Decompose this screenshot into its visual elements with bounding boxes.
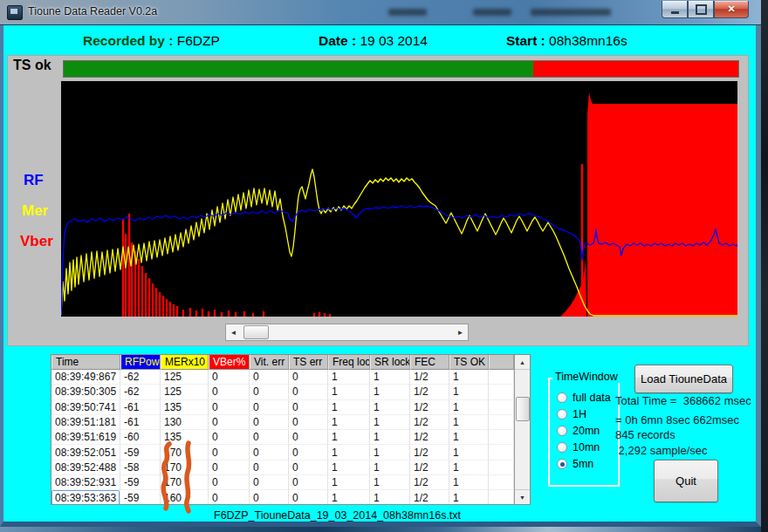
- table-cell[interactable]: 08:39:52:488: [51, 460, 120, 475]
- table-cell[interactable]: 1: [328, 445, 370, 460]
- table-cell[interactable]: 0: [289, 400, 328, 415]
- title-bar[interactable]: Tioune Data Reader V0.2a ✕: [0, 0, 761, 25]
- table-cell[interactable]: 1/2: [410, 490, 449, 504]
- table-cell[interactable]: 1: [328, 385, 370, 399]
- table-cell[interactable]: 0: [209, 490, 250, 504]
- column-header-merx10[interactable]: MERx10: [161, 355, 209, 370]
- radio-icon[interactable]: [557, 459, 567, 469]
- table-vertical-scrollbar[interactable]: ▲ ▼: [514, 355, 530, 504]
- table-cell[interactable]: -62: [120, 370, 161, 385]
- table-cell[interactable]: 1: [328, 400, 370, 415]
- radio-option-10mn[interactable]: 10mn: [557, 441, 600, 454]
- table-cell[interactable]: 1: [449, 415, 489, 430]
- table-cell[interactable]: 1: [328, 475, 370, 490]
- table-cell[interactable]: 0: [289, 475, 328, 490]
- radio-option-full-data[interactable]: full data: [557, 392, 611, 404]
- radio-icon[interactable]: [557, 442, 567, 453]
- table-cell[interactable]: 170: [161, 475, 209, 490]
- table-cell[interactable]: 1: [449, 430, 489, 445]
- table-cell[interactable]: 0: [209, 430, 250, 445]
- table-cell[interactable]: 0: [289, 415, 328, 430]
- table-grid[interactable]: TimeRFPowerMERx10VBer%Vit. errTS errFreq…: [51, 355, 514, 504]
- table-cell[interactable]: 0: [209, 385, 250, 399]
- scroll-left-icon[interactable]: ◄: [226, 325, 241, 339]
- radio-option-1H[interactable]: 1H: [557, 408, 586, 420]
- column-header-rfpower[interactable]: RFPower: [120, 355, 161, 370]
- table-cell[interactable]: 0: [250, 475, 289, 490]
- table-cell[interactable]: -59: [120, 445, 161, 460]
- table-cell[interactable]: 135: [161, 430, 209, 445]
- load-tiounedata-button[interactable]: Load TiouneData: [634, 365, 733, 393]
- table-cell[interactable]: 0: [250, 415, 289, 430]
- table-cell[interactable]: 1: [328, 430, 370, 445]
- table-cell[interactable]: 1/2: [410, 385, 449, 399]
- column-header-fec[interactable]: FEC: [410, 355, 449, 370]
- radio-icon[interactable]: [557, 426, 567, 436]
- table-cell[interactable]: -61: [120, 415, 161, 430]
- scrollbar-thumb[interactable]: [516, 397, 530, 421]
- table-cell[interactable]: 0: [250, 385, 289, 399]
- table-cell[interactable]: 125: [161, 370, 209, 385]
- table-cell[interactable]: 0: [250, 490, 289, 504]
- table-cell[interactable]: 0: [209, 460, 250, 475]
- scrollbar-thumb[interactable]: [243, 325, 269, 339]
- table-cell[interactable]: 08:39:52:931: [51, 475, 120, 490]
- table-cell[interactable]: 0: [250, 445, 289, 460]
- table-cell[interactable]: 08:39:52:051: [51, 445, 120, 460]
- column-header-vit-err[interactable]: Vit. err: [250, 355, 289, 370]
- table-cell[interactable]: 0: [209, 445, 250, 460]
- table-cell[interactable]: 135: [161, 400, 209, 415]
- table-cell[interactable]: 0: [289, 460, 328, 475]
- radio-icon[interactable]: [557, 409, 567, 419]
- table-cell[interactable]: 1: [370, 370, 410, 385]
- table-cell[interactable]: 1: [449, 475, 489, 490]
- table-cell[interactable]: 1: [370, 400, 410, 415]
- table-cell[interactable]: 1: [328, 370, 370, 385]
- table-cell[interactable]: 1: [370, 430, 410, 445]
- table-cell[interactable]: 1: [449, 460, 489, 475]
- chart-horizontal-scrollbar[interactable]: ◄ ►: [225, 324, 469, 341]
- table-cell[interactable]: 170: [161, 460, 209, 475]
- column-header-time[interactable]: Time: [51, 355, 120, 370]
- column-header-sr-lock[interactable]: SR lock: [370, 355, 410, 370]
- table-cell[interactable]: 1: [449, 370, 489, 385]
- table-cell[interactable]: 0: [250, 400, 289, 415]
- table-cell[interactable]: 0: [209, 475, 250, 490]
- scroll-down-icon[interactable]: ▼: [515, 489, 530, 504]
- table-cell[interactable]: 08:39:53:363: [51, 490, 120, 504]
- table-cell[interactable]: -62: [120, 385, 161, 399]
- minimize-button[interactable]: [662, 1, 688, 18]
- table-cell[interactable]: -59: [120, 475, 161, 490]
- quit-button[interactable]: Quit: [654, 460, 718, 502]
- table-cell[interactable]: 1: [449, 490, 489, 504]
- table-cell[interactable]: 08:39:51:619: [51, 430, 120, 445]
- table-cell[interactable]: 1: [449, 400, 489, 415]
- scroll-up-icon[interactable]: ▲: [515, 355, 530, 370]
- table-cell[interactable]: 08:39:51:181: [51, 415, 120, 430]
- maximize-button[interactable]: [688, 1, 714, 18]
- table-cell[interactable]: 0: [289, 385, 328, 399]
- table-cell[interactable]: -61: [120, 400, 161, 415]
- table-cell[interactable]: 160: [161, 490, 209, 504]
- table-cell[interactable]: 1/2: [410, 400, 449, 415]
- table-cell[interactable]: 1: [370, 475, 410, 490]
- table-cell[interactable]: 1: [370, 460, 410, 475]
- column-header-freq-lock[interactable]: Freq lock: [328, 355, 370, 370]
- table-cell[interactable]: 0: [289, 370, 328, 385]
- table-cell[interactable]: 170: [161, 445, 209, 460]
- table-cell[interactable]: 1/2: [410, 475, 449, 490]
- table-cell[interactable]: 1: [370, 415, 410, 430]
- table-cell[interactable]: 1: [328, 460, 370, 475]
- close-button[interactable]: ✕: [714, 1, 749, 18]
- table-cell[interactable]: -60: [120, 430, 161, 445]
- table-cell[interactable]: 0: [250, 460, 289, 475]
- table-cell[interactable]: 08:39:50:305: [51, 385, 120, 399]
- table-cell[interactable]: 0: [289, 445, 328, 460]
- table-cell[interactable]: 08:39:50:741: [51, 400, 120, 415]
- table-cell[interactable]: 0: [209, 400, 250, 415]
- table-cell[interactable]: 130: [161, 415, 209, 430]
- table-cell[interactable]: 0: [250, 370, 289, 385]
- column-header-ts-ok[interactable]: TS OK: [449, 355, 489, 370]
- table-cell[interactable]: 0: [289, 490, 328, 504]
- table-cell[interactable]: 1/2: [410, 415, 449, 430]
